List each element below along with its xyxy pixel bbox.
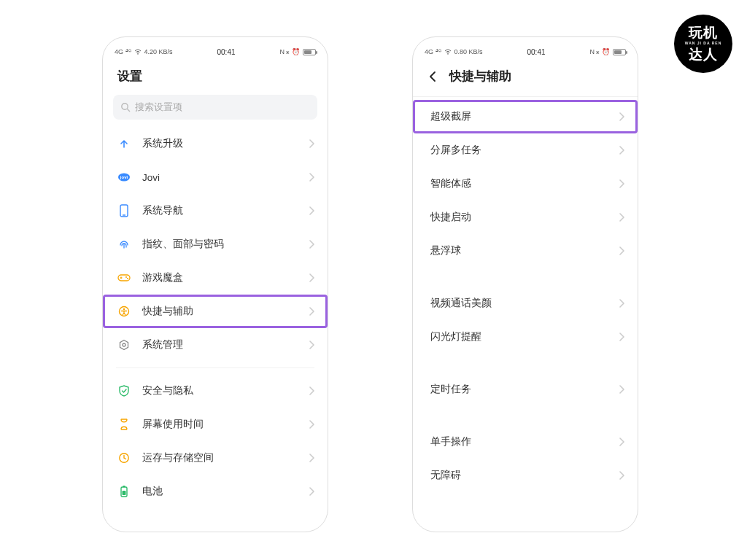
row-screentime[interactable]: 屏幕使用时间 [103,408,328,441]
svg-text:jovi: jovi [120,175,128,179]
row-label: Jovi [142,172,309,183]
row-label: 无障碍 [430,469,619,482]
status-right-icons: N ⁎ ⏰ [279,48,300,55]
phone-shortcuts: 4G ⁴ᴳ 0.80 KB/s 00:41 N ⁎ ⏰ 快捷与辅助 超级截屏分屏… [412,36,638,532]
svg-rect-7 [118,275,130,281]
hourglass-icon [116,419,132,430]
settings-list: 系统升级joviJovi系统导航指纹、面部与密码游戏魔盒快捷与辅助系统管理安全与… [103,127,328,532]
chevron-right-icon [309,307,314,316]
page-title-row: 快捷与辅助 [413,63,638,92]
battery-icon [116,485,132,498]
row-super-screenshot[interactable]: 超级截屏 [413,100,638,133]
chevron-right-icon [619,246,624,255]
row-label: 单手操作 [430,435,619,448]
row-label: 系统导航 [142,204,309,217]
battery-icon [303,49,316,55]
chevron-right-icon [619,332,624,341]
arrow-up-icon [116,138,132,149]
search-icon [120,102,131,112]
accessibility-icon [116,306,132,317]
chevron-right-icon [309,420,314,429]
row-label: 快捷启动 [430,211,619,224]
row-sysmgr[interactable]: 系统管理 [103,328,328,362]
svg-point-1 [122,104,128,109]
row-label: 系统升级 [142,137,309,150]
jovi-icon: jovi [116,172,132,182]
row-label: 闪光灯提醒 [430,330,619,343]
row-split[interactable]: 分屏多任务 [413,133,638,167]
svg-point-15 [123,343,125,346]
row-nav[interactable]: 系统导航 [103,194,328,228]
chevron-right-icon [309,487,314,496]
svg-point-20 [447,53,449,55]
status-bar: 4G ⁴ᴳ 4.20 KB/s 00:41 N ⁎ ⏰ [103,40,328,63]
status-bar: 4G ⁴ᴳ 0.80 KB/s 00:41 N ⁎ ⏰ [413,40,638,63]
watermark-logo: 玩机 WAN JI DA REN 达人 [674,15,732,73]
chevron-right-icon [619,146,624,155]
back-button[interactable] [427,71,439,82]
wifi-icon [444,49,452,55]
clock-text: 00:41 [527,48,546,56]
clock-text: 00:41 [217,48,236,56]
svg-point-0 [137,53,139,55]
chevron-right-icon [619,471,624,480]
net-speed: 0.80 KB/s [454,48,483,55]
row-motion[interactable]: 智能体感 [413,167,638,201]
chevron-right-icon [619,385,624,394]
gamepad-icon [116,273,132,282]
wifi-icon [134,49,142,55]
row-label: 悬浮球 [430,244,619,257]
row-battery[interactable]: 电池 [103,475,328,508]
battery-icon [613,49,626,55]
phone-settings: 4G ⁴ᴳ 4.20 KB/s 00:41 N ⁎ ⏰ 设置 搜索设置项 系统升… [102,36,328,532]
row-label: 电池 [142,485,309,498]
row-shortcut[interactable]: 快捷与辅助 [103,295,328,328]
row-flash[interactable]: 闪光灯提醒 [413,320,638,354]
row-jovi[interactable]: joviJovi [103,160,328,194]
chevron-right-icon [309,206,314,215]
row-label: 屏幕使用时间 [142,418,309,431]
svg-rect-18 [123,486,125,487]
chevron-right-icon [309,173,314,182]
row-upgrade[interactable]: 系统升级 [103,127,328,160]
row-label: 视频通话美颜 [430,297,619,310]
row-floatball[interactable]: 悬浮球 [413,234,638,268]
signal-text: 4G ⁴ᴳ [115,48,131,55]
row-videobeauty[interactable]: 视频通话美颜 [413,287,638,320]
status-right-icons: N ⁎ ⏰ [589,48,610,55]
row-scheduled[interactable]: 定时任务 [413,373,638,406]
search-placeholder: 搜索设置项 [135,101,182,114]
chevron-right-icon [619,179,624,188]
row-biometric[interactable]: 指纹、面部与密码 [103,228,328,261]
row-label: 指纹、面部与密码 [142,238,309,251]
page-title: 设置 [117,68,142,85]
svg-marker-14 [120,341,128,350]
search-input[interactable]: 搜索设置项 [113,95,317,120]
gear-hex-icon [116,339,132,351]
row-label: 分屏多任务 [430,144,619,157]
svg-rect-19 [123,491,126,495]
row-label: 超级截屏 [430,110,619,123]
chevron-right-icon [309,139,314,148]
svg-point-13 [123,308,125,311]
signal-text: 4G ⁴ᴳ [425,48,441,55]
chevron-right-icon [619,213,624,222]
row-label: 系统管理 [142,338,309,351]
row-label: 安全与隐私 [142,384,309,397]
chevron-right-icon [309,240,314,249]
row-label: 运存与存储空间 [142,451,309,464]
row-gamebox[interactable]: 游戏魔盒 [103,261,328,295]
row-accessibility[interactable]: 无障碍 [413,459,638,492]
row-label: 智能体感 [430,177,619,190]
chevron-right-icon [619,438,624,446]
row-security[interactable]: 安全与隐私 [103,374,328,408]
row-storage[interactable]: 运存与存储空间 [103,441,328,475]
svg-point-10 [125,276,127,278]
svg-point-11 [127,278,128,279]
row-onehand[interactable]: 单手操作 [413,425,638,459]
row-quicklaunch[interactable]: 快捷启动 [413,201,638,234]
row-label: 定时任务 [430,383,619,396]
shortcuts-list: 超级截屏分屏多任务智能体感快捷启动悬浮球视频通话美颜闪光灯提醒定时任务单手操作无… [413,100,638,532]
fingerprint-icon [116,238,132,250]
page-title-row: 设置 [103,63,328,92]
